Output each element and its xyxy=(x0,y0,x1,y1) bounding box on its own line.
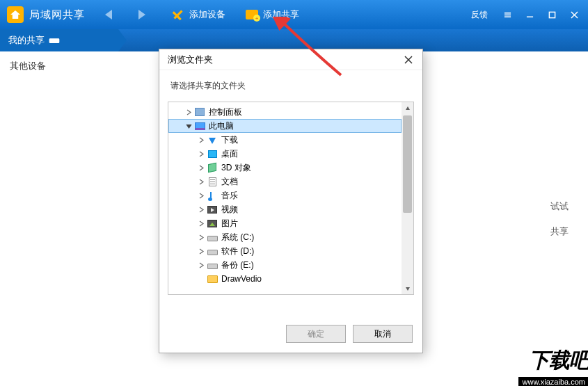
expander-icon[interactable] xyxy=(196,193,206,199)
tree-node-label: 下载 xyxy=(221,134,238,146)
expander-icon[interactable] xyxy=(196,207,206,213)
browse-folder-dialog: 浏览文件夹 请选择共享的文件夹 控制面板此电脑下载桌面3D 对象文档音乐视频图片… xyxy=(159,49,423,353)
tree-node-label: 软件 (D:) xyxy=(221,246,254,257)
minimize-button[interactable] xyxy=(518,5,541,24)
nav-back-button[interactable] xyxy=(99,5,118,24)
scroll-down-button[interactable] xyxy=(402,282,413,294)
folder-tree[interactable]: 控制面板此电脑下载桌面3D 对象文档音乐视频图片系统 (C:)软件 (D:)备份… xyxy=(168,102,402,294)
expander-icon[interactable] xyxy=(196,234,206,241)
expander-icon[interactable] xyxy=(196,179,206,185)
tree-node[interactable]: 下载 xyxy=(168,133,402,147)
tree-node[interactable]: 桌面 xyxy=(168,147,402,161)
tree-node-label: 桌面 xyxy=(221,148,238,160)
tree-node-label: 系统 (C:) xyxy=(221,232,254,243)
tree-node-label: 文档 xyxy=(221,176,238,188)
watermark: 下载吧 www.xiazaiba.com xyxy=(518,346,588,386)
shares-icon xyxy=(49,36,60,45)
tree-node[interactable]: 图片 xyxy=(168,216,402,230)
pc-icon xyxy=(193,120,206,131)
folder-tree-container: 控制面板此电脑下载桌面3D 对象文档音乐视频图片系统 (C:)软件 (D:)备份… xyxy=(168,102,414,295)
cancel-button[interactable]: 取消 xyxy=(353,325,413,343)
pic-icon xyxy=(206,218,218,229)
tree-node[interactable]: 视频 xyxy=(168,202,402,216)
doc-icon xyxy=(206,176,218,187)
tree-node[interactable]: DrawVedio xyxy=(168,272,402,286)
maximize-button[interactable] xyxy=(541,5,563,24)
add-device-label: 添加设备 xyxy=(189,8,225,21)
dialog-buttons: 确定 取消 xyxy=(159,316,422,353)
add-device-button[interactable]: 添加设备 xyxy=(171,8,225,22)
tree-node-label: 3D 对象 xyxy=(221,162,251,174)
desk-icon xyxy=(206,148,218,159)
music-icon xyxy=(206,190,218,201)
folder-plus-icon xyxy=(245,8,259,22)
sidebar-tab-my-shares[interactable]: 我的共享 xyxy=(0,29,118,51)
tree-node[interactable]: 系统 (C:) xyxy=(168,230,402,244)
titlebar: 局域网共享 添加设备 添加共享 反馈 xyxy=(0,0,588,29)
3d-icon xyxy=(206,162,218,173)
app-title: 局域网共享 xyxy=(29,8,85,22)
tree-node-label: DrawVedio xyxy=(221,274,262,284)
drive-icon xyxy=(206,259,218,271)
window-controls: 反馈 xyxy=(471,0,585,29)
sidebar: 我的共享 其他设备 xyxy=(0,51,118,386)
add-share-label: 添加共享 xyxy=(263,8,299,21)
tree-scrollbar[interactable] xyxy=(402,102,413,294)
tree-node-label: 此电脑 xyxy=(209,120,234,132)
tree-node[interactable]: 软件 (D:) xyxy=(168,244,402,258)
tree-node-label: 图片 xyxy=(221,218,238,230)
expander-icon[interactable] xyxy=(184,123,193,129)
tree-node[interactable]: 备份 (E:) xyxy=(168,258,402,272)
expander-icon[interactable] xyxy=(196,220,206,227)
tree-node-label: 控制面板 xyxy=(209,106,242,118)
add-share-button[interactable]: 添加共享 xyxy=(245,8,299,22)
dialog-close-button[interactable] xyxy=(400,51,417,68)
sidebar-tab-label: 我的共享 xyxy=(8,34,45,47)
expander-icon[interactable] xyxy=(196,262,206,268)
tree-node[interactable]: 文档 xyxy=(168,175,402,188)
down-icon xyxy=(206,134,218,145)
feedback-link[interactable]: 反馈 xyxy=(471,9,488,21)
drive-icon xyxy=(206,246,218,257)
expander-icon[interactable] xyxy=(196,151,206,157)
video-icon xyxy=(206,204,218,215)
svg-rect-1 xyxy=(49,38,60,43)
svg-rect-0 xyxy=(549,12,555,17)
expander-icon[interactable] xyxy=(184,109,193,115)
expander-icon[interactable] xyxy=(196,165,206,171)
sidebar-item-other-devices[interactable]: 其他设备 xyxy=(0,51,118,81)
tree-node[interactable]: 控制面板 xyxy=(168,105,402,119)
nav-forward-button[interactable] xyxy=(132,5,152,24)
tree-node-label: 音乐 xyxy=(221,190,238,202)
menu-button[interactable] xyxy=(496,5,518,24)
background-hint: 试试 共享 xyxy=(550,193,569,244)
scroll-track[interactable] xyxy=(402,114,413,282)
panel-icon xyxy=(193,106,206,118)
drive-icon xyxy=(206,232,218,243)
wrench-icon xyxy=(171,8,185,22)
expander-icon[interactable] xyxy=(196,137,206,143)
tree-node-label: 备份 (E:) xyxy=(221,259,254,271)
scroll-thumb[interactable] xyxy=(403,115,412,213)
folder-icon xyxy=(206,273,218,284)
expander-icon[interactable] xyxy=(196,248,206,255)
scroll-up-button[interactable] xyxy=(402,102,413,114)
dialog-title: 浏览文件夹 xyxy=(168,54,213,66)
tree-node[interactable]: 此电脑 xyxy=(168,119,402,133)
app-icon xyxy=(7,6,24,23)
ok-button[interactable]: 确定 xyxy=(286,325,346,343)
tree-node[interactable]: 3D 对象 xyxy=(168,161,402,175)
tree-node-label: 视频 xyxy=(221,204,238,216)
tree-node[interactable]: 音乐 xyxy=(168,188,402,202)
dialog-prompt: 请选择共享的文件夹 xyxy=(159,70,422,97)
dialog-titlebar: 浏览文件夹 xyxy=(159,49,422,70)
close-button[interactable] xyxy=(563,5,585,24)
